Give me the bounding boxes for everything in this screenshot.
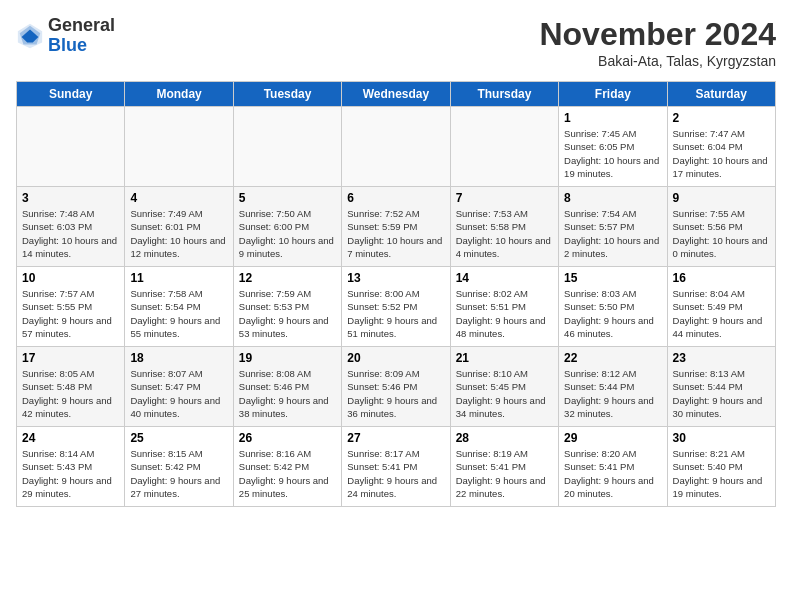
day-info: Sunrise: 8:21 AM Sunset: 5:40 PM Dayligh… <box>673 447 770 500</box>
day-cell-2: 2Sunrise: 7:47 AM Sunset: 6:04 PM Daylig… <box>667 107 775 187</box>
calendar-week-row: 24Sunrise: 8:14 AM Sunset: 5:43 PM Dayli… <box>17 427 776 507</box>
day-number: 25 <box>130 431 227 445</box>
day-number: 2 <box>673 111 770 125</box>
day-cell-4: 4Sunrise: 7:49 AM Sunset: 6:01 PM Daylig… <box>125 187 233 267</box>
logo-general-text: General <box>48 16 115 36</box>
day-info: Sunrise: 8:07 AM Sunset: 5:47 PM Dayligh… <box>130 367 227 420</box>
day-cell-3: 3Sunrise: 7:48 AM Sunset: 6:03 PM Daylig… <box>17 187 125 267</box>
calendar-week-row: 1Sunrise: 7:45 AM Sunset: 6:05 PM Daylig… <box>17 107 776 187</box>
calendar-week-row: 3Sunrise: 7:48 AM Sunset: 6:03 PM Daylig… <box>17 187 776 267</box>
day-cell-23: 23Sunrise: 8:13 AM Sunset: 5:44 PM Dayli… <box>667 347 775 427</box>
day-number: 18 <box>130 351 227 365</box>
day-number: 1 <box>564 111 661 125</box>
title-block: November 2024 Bakai-Ata, Talas, Kyrgyzst… <box>539 16 776 69</box>
page-header: General Blue November 2024 Bakai-Ata, Ta… <box>16 16 776 69</box>
day-cell-30: 30Sunrise: 8:21 AM Sunset: 5:40 PM Dayli… <box>667 427 775 507</box>
day-number: 10 <box>22 271 119 285</box>
day-info: Sunrise: 7:49 AM Sunset: 6:01 PM Dayligh… <box>130 207 227 260</box>
day-number: 22 <box>564 351 661 365</box>
day-info: Sunrise: 7:54 AM Sunset: 5:57 PM Dayligh… <box>564 207 661 260</box>
day-info: Sunrise: 7:55 AM Sunset: 5:56 PM Dayligh… <box>673 207 770 260</box>
day-info: Sunrise: 8:19 AM Sunset: 5:41 PM Dayligh… <box>456 447 553 500</box>
day-cell-22: 22Sunrise: 8:12 AM Sunset: 5:44 PM Dayli… <box>559 347 667 427</box>
day-number: 7 <box>456 191 553 205</box>
day-cell-11: 11Sunrise: 7:58 AM Sunset: 5:54 PM Dayli… <box>125 267 233 347</box>
day-number: 12 <box>239 271 336 285</box>
day-number: 15 <box>564 271 661 285</box>
day-info: Sunrise: 8:04 AM Sunset: 5:49 PM Dayligh… <box>673 287 770 340</box>
day-cell-5: 5Sunrise: 7:50 AM Sunset: 6:00 PM Daylig… <box>233 187 341 267</box>
logo: General Blue <box>16 16 115 56</box>
day-info: Sunrise: 8:08 AM Sunset: 5:46 PM Dayligh… <box>239 367 336 420</box>
day-info: Sunrise: 8:13 AM Sunset: 5:44 PM Dayligh… <box>673 367 770 420</box>
day-info: Sunrise: 8:05 AM Sunset: 5:48 PM Dayligh… <box>22 367 119 420</box>
day-number: 13 <box>347 271 444 285</box>
day-info: Sunrise: 8:15 AM Sunset: 5:42 PM Dayligh… <box>130 447 227 500</box>
day-cell-14: 14Sunrise: 8:02 AM Sunset: 5:51 PM Dayli… <box>450 267 558 347</box>
day-cell-6: 6Sunrise: 7:52 AM Sunset: 5:59 PM Daylig… <box>342 187 450 267</box>
day-number: 28 <box>456 431 553 445</box>
day-info: Sunrise: 8:16 AM Sunset: 5:42 PM Dayligh… <box>239 447 336 500</box>
day-number: 5 <box>239 191 336 205</box>
day-cell-28: 28Sunrise: 8:19 AM Sunset: 5:41 PM Dayli… <box>450 427 558 507</box>
day-info: Sunrise: 7:50 AM Sunset: 6:00 PM Dayligh… <box>239 207 336 260</box>
weekday-header-tuesday: Tuesday <box>233 82 341 107</box>
day-number: 14 <box>456 271 553 285</box>
weekday-header-thursday: Thursday <box>450 82 558 107</box>
day-info: Sunrise: 8:12 AM Sunset: 5:44 PM Dayligh… <box>564 367 661 420</box>
day-number: 23 <box>673 351 770 365</box>
location-subtitle: Bakai-Ata, Talas, Kyrgyzstan <box>539 53 776 69</box>
day-cell-29: 29Sunrise: 8:20 AM Sunset: 5:41 PM Dayli… <box>559 427 667 507</box>
day-cell-24: 24Sunrise: 8:14 AM Sunset: 5:43 PM Dayli… <box>17 427 125 507</box>
logo-icon <box>16 22 44 50</box>
day-cell-16: 16Sunrise: 8:04 AM Sunset: 5:49 PM Dayli… <box>667 267 775 347</box>
weekday-header-wednesday: Wednesday <box>342 82 450 107</box>
day-info: Sunrise: 8:00 AM Sunset: 5:52 PM Dayligh… <box>347 287 444 340</box>
day-number: 20 <box>347 351 444 365</box>
day-cell-21: 21Sunrise: 8:10 AM Sunset: 5:45 PM Dayli… <box>450 347 558 427</box>
weekday-header-monday: Monday <box>125 82 233 107</box>
day-number: 17 <box>22 351 119 365</box>
month-year-title: November 2024 <box>539 16 776 53</box>
day-number: 9 <box>673 191 770 205</box>
day-cell-9: 9Sunrise: 7:55 AM Sunset: 5:56 PM Daylig… <box>667 187 775 267</box>
empty-day-cell <box>450 107 558 187</box>
day-info: Sunrise: 7:57 AM Sunset: 5:55 PM Dayligh… <box>22 287 119 340</box>
calendar-week-row: 10Sunrise: 7:57 AM Sunset: 5:55 PM Dayli… <box>17 267 776 347</box>
calendar-week-row: 17Sunrise: 8:05 AM Sunset: 5:48 PM Dayli… <box>17 347 776 427</box>
day-cell-7: 7Sunrise: 7:53 AM Sunset: 5:58 PM Daylig… <box>450 187 558 267</box>
weekday-header-sunday: Sunday <box>17 82 125 107</box>
day-cell-17: 17Sunrise: 8:05 AM Sunset: 5:48 PM Dayli… <box>17 347 125 427</box>
day-number: 29 <box>564 431 661 445</box>
day-number: 21 <box>456 351 553 365</box>
weekday-header-saturday: Saturday <box>667 82 775 107</box>
day-number: 3 <box>22 191 119 205</box>
day-number: 19 <box>239 351 336 365</box>
day-info: Sunrise: 7:47 AM Sunset: 6:04 PM Dayligh… <box>673 127 770 180</box>
day-number: 24 <box>22 431 119 445</box>
empty-day-cell <box>342 107 450 187</box>
empty-day-cell <box>233 107 341 187</box>
day-cell-27: 27Sunrise: 8:17 AM Sunset: 5:41 PM Dayli… <box>342 427 450 507</box>
day-info: Sunrise: 8:09 AM Sunset: 5:46 PM Dayligh… <box>347 367 444 420</box>
day-number: 26 <box>239 431 336 445</box>
day-info: Sunrise: 8:14 AM Sunset: 5:43 PM Dayligh… <box>22 447 119 500</box>
empty-day-cell <box>17 107 125 187</box>
day-cell-1: 1Sunrise: 7:45 AM Sunset: 6:05 PM Daylig… <box>559 107 667 187</box>
day-cell-20: 20Sunrise: 8:09 AM Sunset: 5:46 PM Dayli… <box>342 347 450 427</box>
day-number: 27 <box>347 431 444 445</box>
day-cell-25: 25Sunrise: 8:15 AM Sunset: 5:42 PM Dayli… <box>125 427 233 507</box>
day-number: 11 <box>130 271 227 285</box>
day-info: Sunrise: 7:45 AM Sunset: 6:05 PM Dayligh… <box>564 127 661 180</box>
day-info: Sunrise: 8:10 AM Sunset: 5:45 PM Dayligh… <box>456 367 553 420</box>
day-cell-12: 12Sunrise: 7:59 AM Sunset: 5:53 PM Dayli… <box>233 267 341 347</box>
day-cell-19: 19Sunrise: 8:08 AM Sunset: 5:46 PM Dayli… <box>233 347 341 427</box>
calendar-header-row: SundayMondayTuesdayWednesdayThursdayFrid… <box>17 82 776 107</box>
day-cell-10: 10Sunrise: 7:57 AM Sunset: 5:55 PM Dayli… <box>17 267 125 347</box>
day-info: Sunrise: 8:20 AM Sunset: 5:41 PM Dayligh… <box>564 447 661 500</box>
day-cell-15: 15Sunrise: 8:03 AM Sunset: 5:50 PM Dayli… <box>559 267 667 347</box>
day-info: Sunrise: 8:17 AM Sunset: 5:41 PM Dayligh… <box>347 447 444 500</box>
day-cell-13: 13Sunrise: 8:00 AM Sunset: 5:52 PM Dayli… <box>342 267 450 347</box>
calendar-table: SundayMondayTuesdayWednesdayThursdayFrid… <box>16 81 776 507</box>
day-number: 16 <box>673 271 770 285</box>
